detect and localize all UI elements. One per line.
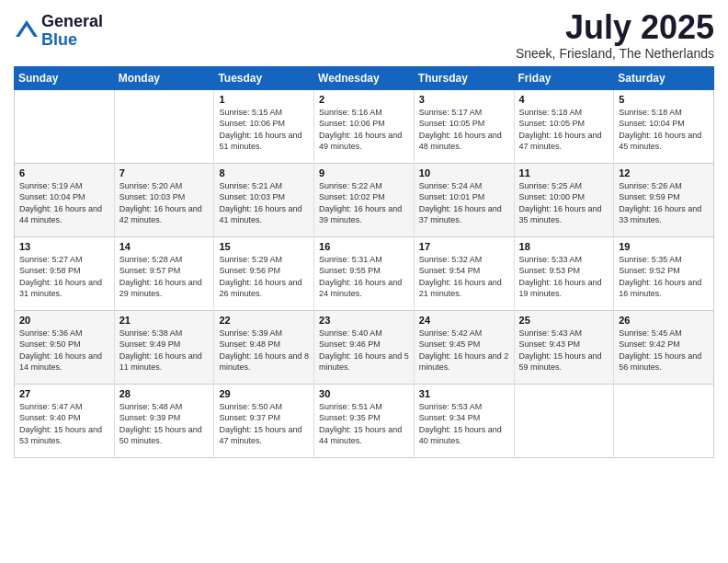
day-content: Sunrise: 5:32 AM Sunset: 9:54 PM Dayligh…: [419, 254, 509, 300]
day-content: Sunrise: 5:50 AM Sunset: 9:37 PM Dayligh…: [219, 401, 309, 447]
day-number: 29: [219, 388, 309, 399]
day-content: Sunrise: 5:36 AM Sunset: 9:50 PM Dayligh…: [19, 327, 109, 373]
day-number: 19: [619, 241, 709, 252]
day-number: 18: [519, 241, 609, 252]
calendar-cell: 3Sunrise: 5:17 AM Sunset: 10:05 PM Dayli…: [414, 89, 514, 163]
day-number: 15: [219, 241, 309, 252]
day-number: 2: [319, 94, 409, 105]
day-content: Sunrise: 5:48 AM Sunset: 9:39 PM Dayligh…: [119, 401, 210, 447]
day-content: Sunrise: 5:18 AM Sunset: 10:05 PM Daylig…: [519, 107, 609, 153]
page-header: General Blue July 2025 Sneek, Friesland,…: [14, 9, 714, 61]
day-content: Sunrise: 5:29 AM Sunset: 9:56 PM Dayligh…: [219, 254, 309, 300]
col-header-saturday: Saturday: [614, 66, 714, 89]
calendar-cell: 26Sunrise: 5:45 AM Sunset: 9:42 PM Dayli…: [614, 310, 714, 384]
col-header-thursday: Thursday: [414, 66, 514, 89]
location: Sneek, Friesland, The Netherlands: [516, 46, 714, 61]
day-content: Sunrise: 5:19 AM Sunset: 10:04 PM Daylig…: [19, 180, 109, 226]
logo-blue: Blue: [41, 31, 103, 50]
week-row-1: 1Sunrise: 5:15 AM Sunset: 10:06 PM Dayli…: [15, 89, 714, 163]
calendar-cell: 2Sunrise: 5:16 AM Sunset: 10:06 PM Dayli…: [314, 89, 415, 163]
day-content: Sunrise: 5:28 AM Sunset: 9:57 PM Dayligh…: [119, 254, 210, 300]
day-content: Sunrise: 5:45 AM Sunset: 9:42 PM Dayligh…: [619, 327, 709, 373]
day-number: 9: [319, 167, 409, 178]
day-content: Sunrise: 5:39 AM Sunset: 9:48 PM Dayligh…: [219, 327, 309, 373]
week-row-2: 6Sunrise: 5:19 AM Sunset: 10:04 PM Dayli…: [15, 163, 714, 236]
calendar-cell: 28Sunrise: 5:48 AM Sunset: 9:39 PM Dayli…: [114, 384, 214, 457]
day-content: Sunrise: 5:24 AM Sunset: 10:01 PM Daylig…: [419, 180, 509, 226]
calendar-cell: [15, 89, 115, 163]
day-number: 4: [519, 94, 609, 105]
calendar-cell: 8Sunrise: 5:21 AM Sunset: 10:03 PM Dayli…: [214, 163, 314, 236]
calendar-cell: 30Sunrise: 5:51 AM Sunset: 9:35 PM Dayli…: [314, 384, 415, 457]
day-content: Sunrise: 5:53 AM Sunset: 9:34 PM Dayligh…: [419, 401, 509, 447]
day-number: 17: [419, 241, 509, 252]
day-number: 28: [119, 388, 210, 399]
day-number: 8: [219, 167, 309, 178]
col-header-wednesday: Wednesday: [314, 66, 415, 89]
day-number: 31: [419, 388, 509, 399]
calendar-cell: 22Sunrise: 5:39 AM Sunset: 9:48 PM Dayli…: [214, 310, 314, 384]
day-content: Sunrise: 5:26 AM Sunset: 9:59 PM Dayligh…: [619, 180, 709, 226]
day-number: 5: [619, 94, 709, 105]
calendar-cell: 10Sunrise: 5:24 AM Sunset: 10:01 PM Dayl…: [414, 163, 514, 236]
calendar-cell: 15Sunrise: 5:29 AM Sunset: 9:56 PM Dayli…: [214, 236, 314, 310]
day-content: Sunrise: 5:18 AM Sunset: 10:04 PM Daylig…: [619, 107, 709, 153]
calendar-cell: 18Sunrise: 5:33 AM Sunset: 9:53 PM Dayli…: [514, 236, 614, 310]
calendar-cell: 13Sunrise: 5:27 AM Sunset: 9:58 PM Dayli…: [15, 236, 115, 310]
calendar-cell: 25Sunrise: 5:43 AM Sunset: 9:43 PM Dayli…: [514, 310, 614, 384]
day-number: 7: [119, 167, 210, 178]
calendar-cell: 7Sunrise: 5:20 AM Sunset: 10:03 PM Dayli…: [114, 163, 214, 236]
day-number: 1: [219, 94, 309, 105]
week-row-5: 27Sunrise: 5:47 AM Sunset: 9:40 PM Dayli…: [15, 384, 714, 457]
calendar-cell: 5Sunrise: 5:18 AM Sunset: 10:04 PM Dayli…: [614, 89, 714, 163]
day-content: Sunrise: 5:51 AM Sunset: 9:35 PM Dayligh…: [319, 401, 409, 447]
calendar-cell: 21Sunrise: 5:38 AM Sunset: 9:49 PM Dayli…: [114, 310, 214, 384]
calendar-cell: 29Sunrise: 5:50 AM Sunset: 9:37 PM Dayli…: [214, 384, 314, 457]
col-header-monday: Monday: [114, 66, 214, 89]
calendar-cell: [614, 384, 714, 457]
logo: General Blue: [14, 13, 103, 50]
day-number: 13: [19, 241, 109, 252]
logo-general: General: [41, 13, 103, 31]
day-number: 25: [519, 315, 609, 326]
col-header-tuesday: Tuesday: [214, 66, 314, 89]
day-number: 12: [619, 167, 709, 178]
calendar-cell: 23Sunrise: 5:40 AM Sunset: 9:46 PM Dayli…: [314, 310, 415, 384]
day-number: 16: [319, 241, 409, 252]
day-number: 22: [219, 315, 309, 326]
calendar-cell: 4Sunrise: 5:18 AM Sunset: 10:05 PM Dayli…: [514, 89, 614, 163]
col-header-friday: Friday: [514, 66, 614, 89]
day-number: 14: [119, 241, 210, 252]
day-content: Sunrise: 5:31 AM Sunset: 9:55 PM Dayligh…: [319, 254, 409, 300]
day-number: 23: [319, 315, 409, 326]
calendar-cell: 9Sunrise: 5:22 AM Sunset: 10:02 PM Dayli…: [314, 163, 415, 236]
calendar-cell: 16Sunrise: 5:31 AM Sunset: 9:55 PM Dayli…: [314, 236, 415, 310]
calendar-cell: 14Sunrise: 5:28 AM Sunset: 9:57 PM Dayli…: [114, 236, 214, 310]
day-content: Sunrise: 5:33 AM Sunset: 9:53 PM Dayligh…: [519, 254, 609, 300]
day-number: 20: [19, 315, 109, 326]
logo-text: General Blue: [41, 13, 103, 50]
day-content: Sunrise: 5:38 AM Sunset: 9:49 PM Dayligh…: [119, 327, 210, 373]
calendar-cell: 17Sunrise: 5:32 AM Sunset: 9:54 PM Dayli…: [414, 236, 514, 310]
calendar-cell: 27Sunrise: 5:47 AM Sunset: 9:40 PM Dayli…: [15, 384, 115, 457]
calendar-cell: 6Sunrise: 5:19 AM Sunset: 10:04 PM Dayli…: [15, 163, 115, 236]
day-content: Sunrise: 5:16 AM Sunset: 10:06 PM Daylig…: [319, 107, 409, 153]
calendar-cell: 12Sunrise: 5:26 AM Sunset: 9:59 PM Dayli…: [614, 163, 714, 236]
day-content: Sunrise: 5:22 AM Sunset: 10:02 PM Daylig…: [319, 180, 409, 226]
week-row-4: 20Sunrise: 5:36 AM Sunset: 9:50 PM Dayli…: [15, 310, 714, 384]
title-block: July 2025 Sneek, Friesland, The Netherla…: [516, 9, 714, 61]
day-content: Sunrise: 5:35 AM Sunset: 9:52 PM Dayligh…: [619, 254, 709, 300]
day-number: 21: [119, 315, 210, 326]
day-number: 11: [519, 167, 609, 178]
day-number: 3: [419, 94, 509, 105]
calendar-cell: 19Sunrise: 5:35 AM Sunset: 9:52 PM Dayli…: [614, 236, 714, 310]
calendar-cell: 1Sunrise: 5:15 AM Sunset: 10:06 PM Dayli…: [214, 89, 314, 163]
day-number: 10: [419, 167, 509, 178]
logo-icon: [14, 18, 40, 44]
calendar-cell: 31Sunrise: 5:53 AM Sunset: 9:34 PM Dayli…: [414, 384, 514, 457]
day-number: 30: [319, 388, 409, 399]
day-number: 24: [419, 315, 509, 326]
calendar-cell: [514, 384, 614, 457]
day-content: Sunrise: 5:25 AM Sunset: 10:00 PM Daylig…: [519, 180, 609, 226]
header-row: SundayMondayTuesdayWednesdayThursdayFrid…: [15, 66, 714, 89]
